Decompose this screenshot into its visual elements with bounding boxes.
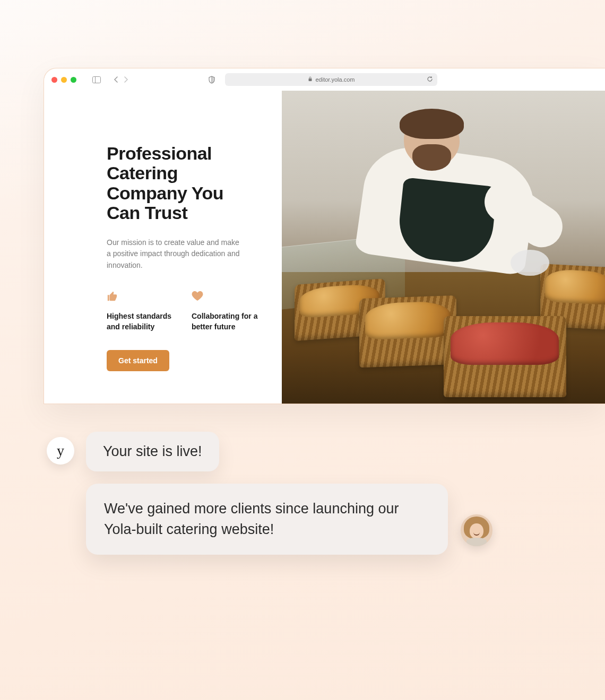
browser-chrome: editor.yola.com xyxy=(44,68,605,91)
chat-message-1: Your site is live! xyxy=(103,443,202,460)
svg-rect-0 xyxy=(93,76,101,83)
brand-avatar-letter: y xyxy=(57,442,64,459)
privacy-shield-icon[interactable] xyxy=(208,76,215,84)
hero-left: Professional Catering Company You Can Tr… xyxy=(44,91,282,404)
address-url: editor.yola.com xyxy=(316,76,355,83)
feature-label: Highest standards and reliability xyxy=(107,311,176,332)
close-window-icon[interactable] xyxy=(51,77,57,83)
bakery-photo-placeholder xyxy=(282,91,605,404)
address-bar[interactable]: editor.yola.com xyxy=(225,73,437,86)
feature-label: Collaborating for a better future xyxy=(192,311,261,332)
minimize-window-icon[interactable] xyxy=(61,77,67,83)
brand-avatar: y xyxy=(47,437,74,465)
thumbs-up-icon xyxy=(107,291,176,303)
lock-icon xyxy=(308,76,313,83)
hero-title: Professional Catering Company You Can Tr… xyxy=(107,144,245,223)
hero-features: Highest standards and reliability Collab… xyxy=(107,291,261,332)
refresh-icon[interactable] xyxy=(427,76,433,83)
back-icon[interactable] xyxy=(114,76,119,83)
svg-rect-2 xyxy=(308,78,312,81)
user-avatar xyxy=(461,514,492,546)
hero-image xyxy=(282,91,605,404)
window-controls[interactable] xyxy=(51,77,76,83)
feature-standards: Highest standards and reliability xyxy=(107,291,176,332)
chat-bubble-brand: Your site is live! xyxy=(86,432,219,471)
chat-bubble-user: We've gained more clients since launchin… xyxy=(86,484,448,555)
sidebar-toggle-icon[interactable] xyxy=(92,76,101,83)
chat-message-2: We've gained more clients since launchin… xyxy=(104,498,430,540)
feature-collaborating: Collaborating for a better future xyxy=(192,291,261,332)
page-content: Professional Catering Company You Can Tr… xyxy=(44,91,605,404)
browser-window: editor.yola.com Professional Catering Co… xyxy=(44,68,605,404)
forward-icon[interactable] xyxy=(123,76,128,83)
maximize-window-icon[interactable] xyxy=(71,77,76,83)
heart-icon xyxy=(192,291,261,303)
hero-subtitle: Our mission is to create value and make … xyxy=(107,237,245,272)
get-started-button[interactable]: Get started xyxy=(107,350,169,371)
